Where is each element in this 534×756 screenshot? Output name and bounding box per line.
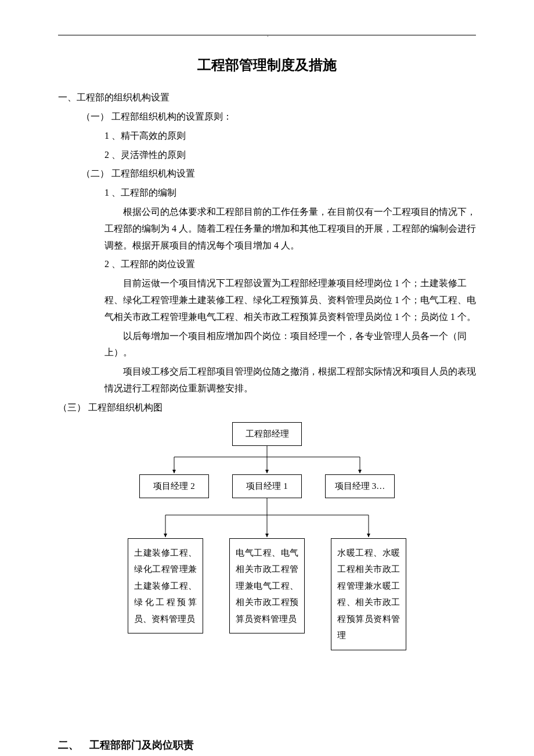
header-rule: . [58,35,476,35]
section1-sub2-item2-p3: 项目竣工移交后工程部项目管理岗位随之撤消，根据工程部实际情况和项目人员的表现情况… [104,363,476,397]
section1-sub2-item1-p1: 根据公司的总体要求和工程部目前的工作任务量，在目前仅有一个工程项目的情况下，工程… [104,204,476,254]
header-dot: . [267,30,269,40]
org-box-manager: 工程部经理 [232,422,302,446]
org-box-role3: 水暖工程、水暖工程相关市政工程管理兼水暖工程、相关市政工程预算员资料管理 [331,538,406,650]
section1-sub2-item2-title: 2 、工程部的岗位设置 [104,256,476,273]
section1-sub2-item2-p2: 以后每增加一个项目相应增加四个岗位：项目经理一个，各专业管理人员各一个（同上）。 [104,328,476,362]
org-box-role2: 电气工程、电气相关市政工程管理兼电气工程、相关市政工程预算员资料管理员 [229,538,305,634]
section1-sub2-heading: （二） 工程部组织机构设置 [81,165,476,182]
section2-heading: 二、 工程部部门及岗位职责 [58,736,476,754]
section1-heading: 一、工程部的组织机构设置 [58,89,476,106]
section1-sub1-item1: 1 、精干高效的原则 [104,128,476,145]
section1-sub2-item1-title: 1 、工程部的编制 [104,185,476,201]
org-box-pm1: 项目经理 1 [232,474,302,498]
org-box-pm3: 项目经理 3… [325,474,395,498]
section1-sub3-heading: （三） 工程部组织机构图 [58,399,476,416]
org-box-role1: 土建装修工程、绿化工程管理兼土建装修工程、绿化工程预算员、资料管理员 [128,538,203,634]
org-chart: 工程部经理 项目经理 2 项目经理 1 项目经理 3… 土建装修工程、绿化工程管… [93,422,441,712]
section1-sub1-item2: 2 、灵活弹性的原则 [104,147,476,164]
section1-sub1-heading: （一） 工程部组织机构的设置原则： [81,109,476,125]
org-box-pm2: 项目经理 2 [139,474,209,498]
document-title: 工程部管理制度及措施 [58,53,476,78]
section1-sub2-item2-p1: 目前运做一个项目情况下工程部设置为工程部经理兼项目经理岗位 1 个；土建装修工程… [104,275,476,325]
